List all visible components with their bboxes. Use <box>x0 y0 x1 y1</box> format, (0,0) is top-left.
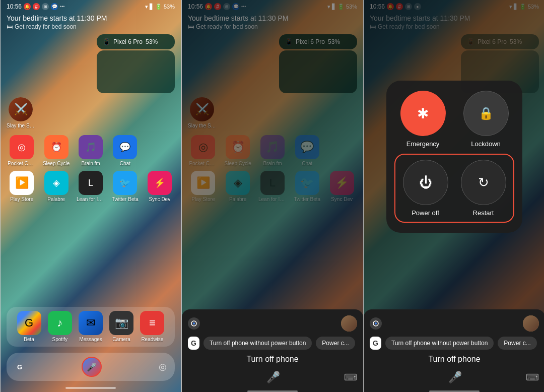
grid-icon: ⊞ <box>42 3 49 10</box>
app-label-camera: Camera <box>112 337 130 343</box>
mic-icon-1: 🎤 <box>87 362 97 372</box>
restart-button[interactable]: ↻ Restart <box>457 160 509 217</box>
app-label-twitter: Twitter Beta <box>112 197 139 203</box>
lean-icon: L <box>79 171 103 195</box>
assistant-footer-2: 🎤 ⌨ <box>188 369 357 386</box>
app-palabre[interactable]: ◈ Palabre <box>41 171 71 203</box>
app-label-chat: Chat <box>120 161 130 167</box>
app-camera[interactable]: 📷 Camera <box>109 311 133 343</box>
app-slay-the-spire[interactable]: ⚔️ Slay the Spire <box>7 97 35 129</box>
google-chip-3[interactable]: G <box>370 337 381 350</box>
screen-3: 10:56 🔔 # ⊞ ● ▾ ▋ 🔋 53% Your bedtime sta… <box>364 0 544 392</box>
screen-2: 10:56 🔔 # ⊞ 💬 ••• ▾ ▋ 🔋 53% Your bedtime… <box>182 0 363 392</box>
mic-button-1[interactable]: 🎤 <box>82 357 102 377</box>
emergency-star-icon: ✱ <box>417 105 429 122</box>
app-sync[interactable]: ⚡ Sync Dev <box>145 171 175 203</box>
emergency-button[interactable]: ✱ Emergency <box>394 91 451 148</box>
app-label-pocket-casts: Pocket Casts <box>8 161 36 167</box>
google-assistant-svg-3 <box>372 320 379 327</box>
assistant-panel-3[interactable]: G Turn off phone without power button Po… <box>364 309 544 392</box>
power-grid: ✱ Emergency 🔒 Lockdown ⏻ Power off <box>394 91 514 223</box>
suggestion-chip-turnoff-3[interactable]: Turn off phone without power button <box>385 337 494 350</box>
signal-icon: ▋ <box>150 4 154 10</box>
device-battery-1: 53% <box>146 38 158 45</box>
pocket-casts-icon: ◎ <box>10 135 34 159</box>
beta-icon: G <box>17 311 41 335</box>
user-avatar-3 <box>523 315 539 332</box>
app-pocket-casts[interactable]: ◎ Pocket Casts <box>7 135 37 167</box>
app-label-readwise: Readwise <box>141 337 163 343</box>
emergency-circle: ✱ <box>400 91 446 136</box>
svg-point-3 <box>375 322 377 324</box>
suggestion-chip-power-3[interactable]: Power c... <box>498 337 536 350</box>
search-bar-1[interactable]: G 🎤 ◎ <box>7 353 175 381</box>
app-chat[interactable]: 💬 Chat <box>110 135 140 167</box>
lockdown-label: Lockdown <box>471 140 501 148</box>
power-menu[interactable]: ✱ Emergency 🔒 Lockdown ⏻ Power off <box>386 81 522 233</box>
twitter-icon: 🐦 <box>113 171 137 195</box>
user-avatar-2 <box>341 315 357 332</box>
wifi-icon: ▾ <box>145 4 148 10</box>
lockdown-circle: 🔒 <box>463 91 509 136</box>
chip-text-power-2: Power c... <box>322 340 349 347</box>
keyboard-icon-2[interactable]: ⌨ <box>344 372 357 383</box>
app-play-store[interactable]: ▶️ Play Store <box>7 171 37 203</box>
suggestion-chip-turnoff-2[interactable]: Turn off phone without power button <box>203 337 312 350</box>
assistant-icon-2 <box>188 317 200 330</box>
app-spotify[interactable]: ♪ Spotify <box>48 311 72 343</box>
assistant-header-2 <box>188 315 357 332</box>
app-label-beta: Beta <box>24 337 34 343</box>
alarm-icon: 🔔 <box>24 3 31 10</box>
suggestion-chips-3: G Turn off phone without power button Po… <box>370 337 539 350</box>
camera-icon: 📷 <box>109 311 133 335</box>
status-indicators-1: ▾ ▋ 🔋 53% <box>145 4 175 10</box>
assistant-header-3 <box>370 315 539 332</box>
battery-widget-1: 📱 Pixel 6 Pro 53% <box>97 34 175 49</box>
suggestion-chips-2: G Turn off phone without power button Po… <box>188 337 357 350</box>
suggestion-chip-power-2[interactable]: Power c... <box>316 337 355 350</box>
assistant-title-3: Turn off phone <box>370 355 539 364</box>
brain-icon: 🎵 <box>79 135 103 159</box>
chip-text-turnoff-2: Turn off phone without power button <box>210 340 306 347</box>
app-label-sleep-cycle: Sleep Cycle <box>43 161 70 167</box>
google-chip-2[interactable]: G <box>188 337 199 350</box>
palabre-icon: ◈ <box>44 171 69 195</box>
app-label-spotify: Spotify <box>52 337 67 343</box>
play-store-icon: ▶️ <box>10 171 34 195</box>
assistant-icon-3 <box>370 317 382 330</box>
assistant-title-2: Turn off phone <box>188 355 357 364</box>
notification-banner-1: Your bedtime starts at 11:30 PM 🛏 Get re… <box>7 14 175 30</box>
assistant-footer-3: 🎤 ⌨ <box>370 369 539 386</box>
slay-avatar: ⚔️ <box>9 97 33 121</box>
app-brain-fm[interactable]: 🎵 Brain.fm <box>76 135 106 167</box>
mic-icon-2[interactable]: 🎤 <box>266 371 280 384</box>
widget-body-1 <box>97 50 175 93</box>
sync-icon: ⚡ <box>148 171 172 195</box>
app-label-play-store: Play Store <box>10 197 33 203</box>
app-sleep-cycle[interactable]: ⏰ Sleep Cycle <box>41 135 71 167</box>
app-readwise[interactable]: ≡ Readwise <box>140 311 164 343</box>
restart-label: Restart <box>473 209 494 217</box>
assistant-panel-2[interactable]: G Turn off phone without power button Po… <box>182 309 363 392</box>
poweroff-circle: ⏻ <box>403 160 448 205</box>
notification-title-1: Your bedtime starts at 11:30 PM <box>7 14 175 22</box>
poweroff-icon: ⏻ <box>419 175 432 190</box>
app-dock-1: G Beta ♪ Spotify ✉ Messages 📷 Camera ≡ R… <box>7 307 175 347</box>
app-beta[interactable]: G Beta <box>17 311 41 343</box>
lockdown-button[interactable]: 🔒 Lockdown <box>457 91 514 148</box>
readwise-icon: ≡ <box>140 311 164 335</box>
lens-icon-1[interactable]: ◎ <box>159 361 167 372</box>
keyboard-icon-3[interactable]: ⌨ <box>526 372 539 383</box>
app-label-sync: Sync Dev <box>149 197 170 203</box>
app-messages[interactable]: ✉ Messages <box>79 311 103 343</box>
poweroff-button[interactable]: ⏻ Power off <box>399 160 451 217</box>
mic-icon-3[interactable]: 🎤 <box>448 371 462 384</box>
notification-subtitle-1: 🛏 Get ready for bed soon <box>7 23 175 30</box>
app-twitter[interactable]: 🐦 Twitter Beta <box>110 171 140 203</box>
screen-1: 10:56 🔔 # ⊞ 💬 ••• ▾ ▋ 🔋 53% Your bedtime… <box>0 0 181 392</box>
app-grid-1: ◎ Pocket Casts ⏰ Sleep Cycle 🎵 Brain.fm … <box>1 133 181 205</box>
google-logo-1: G <box>15 362 25 372</box>
more-dots: ••• <box>60 4 64 9</box>
status-time-1: 10:56 🔔 # ⊞ 💬 ••• <box>7 3 64 10</box>
app-lean[interactable]: L Lean for Insta... <box>76 171 106 203</box>
